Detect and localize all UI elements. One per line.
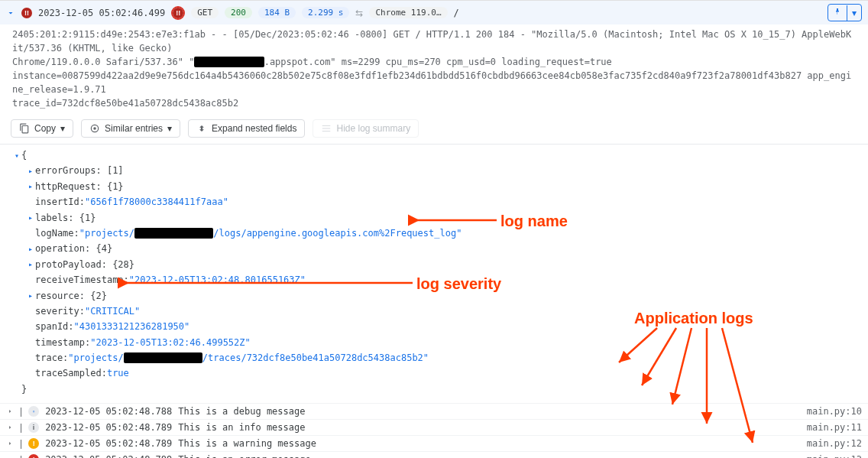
field-resource: resource: {2} — [35, 288, 107, 304]
chevron-down-icon[interactable] — [12, 149, 21, 162]
field-operation: operation: {4} — [35, 241, 112, 256]
field-trace: "projects/ /traces/732dcf8e50be41a50728d… — [68, 350, 429, 365]
swap-icon: ⇆ — [355, 8, 363, 18]
chevron-right-icon[interactable] — [26, 180, 35, 193]
redacted-text — [194, 57, 264, 67]
toolbar: Copy ▾ Similar entries ▾ Expand nested f… — [0, 113, 868, 145]
similar-entries-button[interactable]: Similar entries ▾ — [81, 119, 180, 138]
chevron-right-icon[interactable] — [26, 242, 35, 255]
path-text: / — [454, 8, 459, 18]
status-pill[interactable]: 200 — [225, 7, 252, 18]
log-message: This is an info message — [178, 422, 800, 433]
field-insertId: "656f1f78000c3384411f7aaa" — [85, 194, 228, 210]
chevron-down-icon: ▾ — [167, 123, 172, 134]
redacted-text — [134, 228, 213, 239]
chevron-down-icon[interactable] — [6, 8, 15, 18]
pin-icon[interactable] — [828, 5, 847, 21]
log-row[interactable]: |!2023-12-05 05:02:48.789This is a warni… — [0, 435, 868, 451]
chevron-right-icon[interactable] — [6, 440, 14, 447]
log-row[interactable]: |!2023-12-05 05:02:48.789This is an erro… — [0, 451, 868, 458]
chevron-right-icon[interactable] — [26, 211, 35, 224]
log-lines: |◦2023-12-05 05:02:48.788This is a debug… — [0, 403, 868, 458]
svg-point-1 — [93, 127, 96, 130]
size-pill[interactable]: 184 B — [258, 7, 296, 18]
log-message: This is a warning message — [178, 438, 800, 449]
chevron-right-icon[interactable] — [26, 258, 35, 271]
raw-log-text: 2405:201:2:9115:d49e:2543:e7e3:f1ab - - … — [0, 24, 868, 113]
severity-badge-debug: ◦ — [28, 406, 39, 417]
log-timestamp: 2023-12-05 05:02:48.789 — [45, 422, 172, 433]
ua-pill[interactable]: Chrome 119.0… — [369, 7, 447, 18]
chevron-right-icon[interactable] — [26, 289, 35, 302]
field-errorGroups: errorGroups: [1] — [35, 163, 124, 178]
log-source: main.py:12 — [807, 438, 862, 449]
field-traceSampled: true — [107, 365, 129, 381]
log-timestamp: 2023-12-05 05:02:48.788 — [45, 406, 172, 417]
copy-button[interactable]: Copy ▾ — [11, 119, 73, 138]
log-message: This is an error message — [178, 454, 800, 458]
field-spanId: "4301333121236281950" — [74, 319, 190, 334]
field-labels: labels: {1} — [35, 210, 96, 226]
severity-badge-error: ! — [28, 454, 39, 458]
copy-icon — [19, 123, 30, 134]
field-timestamp: "2023-12-05T13:02:46.499552Z" — [90, 335, 251, 350]
hide-icon — [321, 123, 332, 134]
log-timestamp: 2023-12-05 05:02:48.789 — [45, 438, 172, 449]
log-header-row[interactable]: !! 2023-12-05 05:02:46.499 !! GET 200 18… — [0, 0, 868, 24]
log-timestamp: 2023-12-05 05:02:48.789 — [45, 454, 172, 458]
field-protoPayload: protoPayload: {28} — [35, 257, 134, 272]
log-source: main.py:13 — [807, 454, 862, 458]
chevron-down-icon: ▾ — [60, 123, 65, 134]
log-row[interactable]: |i2023-12-05 05:02:48.789This is an info… — [0, 419, 868, 435]
log-message: This is a debug message — [178, 406, 800, 417]
log-source: main.py:10 — [807, 406, 862, 417]
expand-fields-button[interactable]: Expand nested fields — [188, 119, 305, 138]
latency-pill[interactable]: 2.299 s — [302, 7, 349, 18]
chevron-right-icon[interactable] — [6, 408, 14, 415]
log-source: main.py:11 — [807, 422, 862, 433]
stop-icon: !! — [171, 6, 185, 20]
log-row[interactable]: |◦2023-12-05 05:02:48.788This is a debug… — [0, 403, 868, 419]
field-logName: "projects/ /logs/appengine.googleapis.co… — [79, 226, 462, 241]
severity-badge-info: i — [28, 422, 39, 433]
field-severity: "CRITICAL" — [85, 304, 140, 319]
json-body: { errorGroups: [1] httpRequest: {1} inse… — [0, 145, 868, 403]
field-receiveTimestamp: "2023-12-05T13:02:48.801655163Z" — [129, 272, 306, 287]
method-pill[interactable]: GET — [191, 7, 219, 18]
chevron-right-icon[interactable] — [6, 424, 14, 431]
field-httpRequest: httpRequest: {1} — [35, 179, 124, 194]
pin-menu-icon[interactable]: ▾ — [847, 5, 861, 21]
header-timestamp: 2023-12-05 05:02:46.499 — [38, 8, 165, 18]
expand-icon — [196, 123, 207, 134]
chevron-right-icon[interactable] — [26, 164, 35, 177]
target-icon — [89, 123, 100, 134]
severity-badge-warning: ! — [28, 438, 39, 449]
hide-summary-button: Hide log summary — [313, 119, 419, 138]
severity-badge: !! — [21, 8, 32, 18]
pin-toggle[interactable]: ▾ — [828, 4, 862, 21]
redacted-text — [124, 352, 202, 363]
